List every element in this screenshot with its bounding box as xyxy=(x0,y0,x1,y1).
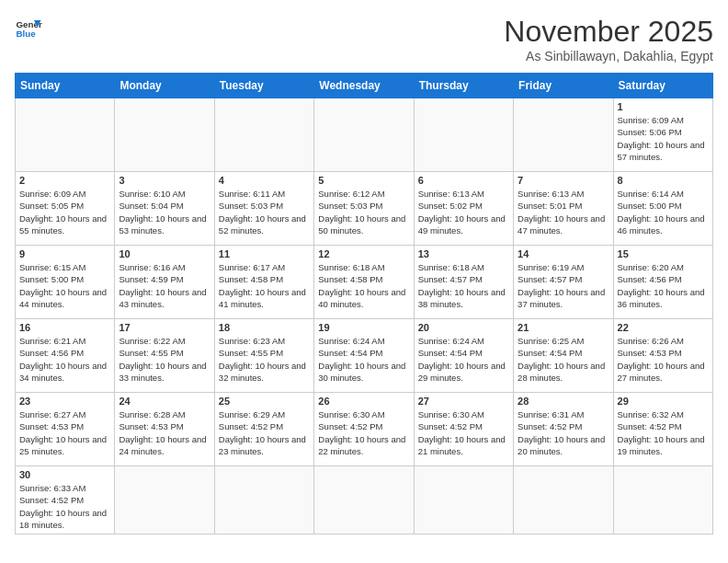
calendar-cell: 28Sunrise: 6:31 AM Sunset: 4:52 PM Dayli… xyxy=(514,393,613,466)
day-info: Sunrise: 6:24 AM Sunset: 4:54 PM Dayligh… xyxy=(318,335,409,384)
day-info: Sunrise: 6:15 AM Sunset: 5:00 PM Dayligh… xyxy=(19,261,110,310)
calendar-cell: 13Sunrise: 6:18 AM Sunset: 4:57 PM Dayli… xyxy=(414,246,513,319)
calendar-cell xyxy=(314,466,414,534)
calendar-cell: 14Sunrise: 6:19 AM Sunset: 4:57 PM Dayli… xyxy=(514,246,613,319)
day-info: Sunrise: 6:12 AM Sunset: 5:03 PM Dayligh… xyxy=(318,188,409,236)
calendar-cell xyxy=(214,466,313,534)
calendar-cell: 21Sunrise: 6:25 AM Sunset: 4:54 PM Dayli… xyxy=(514,319,613,393)
day-info: Sunrise: 6:17 AM Sunset: 4:58 PM Dayligh… xyxy=(219,261,310,310)
calendar-header: SundayMondayTuesdayWednesdayThursdayFrid… xyxy=(16,74,713,98)
day-number: 17 xyxy=(119,322,210,333)
calendar-cell xyxy=(115,466,214,534)
day-info: Sunrise: 6:25 AM Sunset: 4:54 PM Dayligh… xyxy=(518,335,609,384)
day-info: Sunrise: 6:23 AM Sunset: 4:55 PM Dayligh… xyxy=(219,335,310,384)
day-info: Sunrise: 6:18 AM Sunset: 4:57 PM Dayligh… xyxy=(418,261,509,310)
logo-icon: General Blue xyxy=(15,15,42,42)
weekday-row: SundayMondayTuesdayWednesdayThursdayFrid… xyxy=(16,74,713,98)
title-block: November 2025 As Sinbillawayn, Dakahlia,… xyxy=(504,15,713,63)
day-info: Sunrise: 6:09 AM Sunset: 5:05 PM Dayligh… xyxy=(19,188,110,236)
calendar-cell xyxy=(16,98,115,172)
day-info: Sunrise: 6:11 AM Sunset: 5:03 PM Dayligh… xyxy=(219,188,310,236)
day-info: Sunrise: 6:24 AM Sunset: 4:54 PM Dayligh… xyxy=(418,335,509,384)
calendar-cell: 12Sunrise: 6:18 AM Sunset: 4:58 PM Dayli… xyxy=(314,246,414,319)
calendar-cell: 10Sunrise: 6:16 AM Sunset: 4:59 PM Dayli… xyxy=(115,246,214,319)
calendar-cell: 19Sunrise: 6:24 AM Sunset: 4:54 PM Dayli… xyxy=(314,319,414,393)
day-number: 16 xyxy=(19,322,110,333)
day-number: 11 xyxy=(219,248,310,259)
calendar-cell xyxy=(414,466,513,534)
calendar-cell: 18Sunrise: 6:23 AM Sunset: 4:55 PM Dayli… xyxy=(214,319,313,393)
day-number: 12 xyxy=(318,248,409,259)
day-info: Sunrise: 6:30 AM Sunset: 4:52 PM Dayligh… xyxy=(418,408,509,457)
calendar-cell xyxy=(414,98,513,172)
day-number: 21 xyxy=(518,322,609,333)
weekday-header-wednesday: Wednesday xyxy=(314,74,414,98)
calendar-cell: 9Sunrise: 6:15 AM Sunset: 5:00 PM Daylig… xyxy=(16,246,115,319)
day-number: 7 xyxy=(518,175,609,186)
day-number: 19 xyxy=(318,322,409,333)
month-title: November 2025 xyxy=(504,15,713,49)
location-subtitle: As Sinbillawayn, Dakahlia, Egypt xyxy=(504,49,713,63)
weekday-header-friday: Friday xyxy=(514,74,613,98)
calendar-cell: 29Sunrise: 6:32 AM Sunset: 4:52 PM Dayli… xyxy=(613,393,712,466)
day-number: 15 xyxy=(618,248,709,259)
calendar-cell xyxy=(115,98,214,172)
day-number: 1 xyxy=(618,101,709,112)
day-info: Sunrise: 6:33 AM Sunset: 4:52 PM Dayligh… xyxy=(19,482,110,531)
page-header: General Blue November 2025 As Sinbillawa… xyxy=(15,15,713,63)
day-number: 6 xyxy=(418,175,509,186)
calendar-cell: 2Sunrise: 6:09 AM Sunset: 5:05 PM Daylig… xyxy=(16,172,115,246)
day-number: 22 xyxy=(618,322,709,333)
day-number: 18 xyxy=(219,322,310,333)
day-number: 13 xyxy=(418,248,509,259)
day-number: 10 xyxy=(119,248,210,259)
calendar-week-4: 16Sunrise: 6:21 AM Sunset: 4:56 PM Dayli… xyxy=(16,319,713,393)
logo: General Blue xyxy=(15,15,42,42)
calendar-cell: 23Sunrise: 6:27 AM Sunset: 4:53 PM Dayli… xyxy=(16,393,115,466)
calendar-cell: 20Sunrise: 6:24 AM Sunset: 4:54 PM Dayli… xyxy=(414,319,513,393)
day-info: Sunrise: 6:28 AM Sunset: 4:53 PM Dayligh… xyxy=(119,408,210,457)
day-info: Sunrise: 6:26 AM Sunset: 4:53 PM Dayligh… xyxy=(618,335,709,384)
day-info: Sunrise: 6:32 AM Sunset: 4:52 PM Dayligh… xyxy=(618,408,709,457)
calendar-cell: 27Sunrise: 6:30 AM Sunset: 4:52 PM Dayli… xyxy=(414,393,513,466)
day-info: Sunrise: 6:27 AM Sunset: 4:53 PM Dayligh… xyxy=(19,408,110,457)
calendar-week-1: 1Sunrise: 6:09 AM Sunset: 5:06 PM Daylig… xyxy=(16,98,713,172)
day-info: Sunrise: 6:18 AM Sunset: 4:58 PM Dayligh… xyxy=(318,261,409,310)
day-info: Sunrise: 6:13 AM Sunset: 5:02 PM Dayligh… xyxy=(418,188,509,236)
day-number: 14 xyxy=(518,248,609,259)
weekday-header-sunday: Sunday xyxy=(16,74,115,98)
day-number: 26 xyxy=(318,396,409,407)
day-number: 8 xyxy=(618,175,709,186)
svg-text:Blue: Blue xyxy=(17,29,37,39)
day-number: 30 xyxy=(19,469,110,480)
calendar-cell: 30Sunrise: 6:33 AM Sunset: 4:52 PM Dayli… xyxy=(16,466,115,534)
calendar-cell xyxy=(514,98,613,172)
day-number: 27 xyxy=(418,396,509,407)
calendar-cell: 26Sunrise: 6:30 AM Sunset: 4:52 PM Dayli… xyxy=(314,393,414,466)
calendar-cell xyxy=(613,466,712,534)
weekday-header-thursday: Thursday xyxy=(414,74,513,98)
day-info: Sunrise: 6:31 AM Sunset: 4:52 PM Dayligh… xyxy=(518,408,609,457)
calendar-week-6: 30Sunrise: 6:33 AM Sunset: 4:52 PM Dayli… xyxy=(16,466,713,534)
day-info: Sunrise: 6:10 AM Sunset: 5:04 PM Dayligh… xyxy=(119,188,210,236)
day-info: Sunrise: 6:09 AM Sunset: 5:06 PM Dayligh… xyxy=(618,114,709,163)
day-number: 5 xyxy=(318,175,409,186)
calendar-cell: 1Sunrise: 6:09 AM Sunset: 5:06 PM Daylig… xyxy=(613,98,712,172)
calendar-cell: 6Sunrise: 6:13 AM Sunset: 5:02 PM Daylig… xyxy=(414,172,513,246)
day-info: Sunrise: 6:29 AM Sunset: 4:52 PM Dayligh… xyxy=(219,408,310,457)
day-number: 24 xyxy=(119,396,210,407)
calendar-cell: 3Sunrise: 6:10 AM Sunset: 5:04 PM Daylig… xyxy=(115,172,214,246)
day-number: 4 xyxy=(219,175,310,186)
calendar-cell: 15Sunrise: 6:20 AM Sunset: 4:56 PM Dayli… xyxy=(613,246,712,319)
calendar-cell: 17Sunrise: 6:22 AM Sunset: 4:55 PM Dayli… xyxy=(115,319,214,393)
calendar-cell: 24Sunrise: 6:28 AM Sunset: 4:53 PM Dayli… xyxy=(115,393,214,466)
calendar-cell: 22Sunrise: 6:26 AM Sunset: 4:53 PM Dayli… xyxy=(613,319,712,393)
day-number: 20 xyxy=(418,322,509,333)
calendar-cell: 25Sunrise: 6:29 AM Sunset: 4:52 PM Dayli… xyxy=(214,393,313,466)
calendar-week-3: 9Sunrise: 6:15 AM Sunset: 5:00 PM Daylig… xyxy=(16,246,713,319)
calendar-cell xyxy=(214,98,313,172)
calendar-cell: 11Sunrise: 6:17 AM Sunset: 4:58 PM Dayli… xyxy=(214,246,313,319)
day-number: 2 xyxy=(19,175,110,186)
day-info: Sunrise: 6:14 AM Sunset: 5:00 PM Dayligh… xyxy=(618,188,709,236)
day-info: Sunrise: 6:21 AM Sunset: 4:56 PM Dayligh… xyxy=(19,335,110,384)
